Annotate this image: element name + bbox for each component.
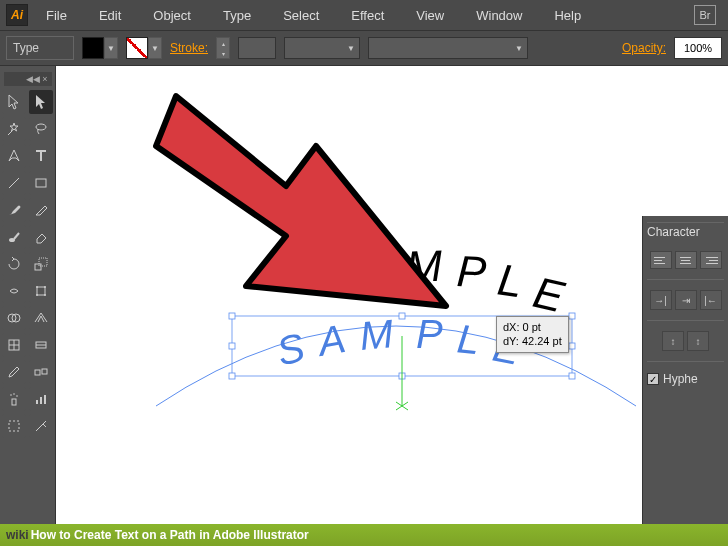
- artboard-tool[interactable]: [2, 414, 26, 438]
- menu-edit[interactable]: Edit: [85, 4, 135, 27]
- canvas[interactable]: A M P L E S A M P L E: [56, 66, 728, 546]
- svg-rect-4: [35, 264, 41, 270]
- svg-text:S: S: [272, 325, 309, 374]
- menu-view[interactable]: View: [402, 4, 458, 27]
- free-transform-tool[interactable]: [29, 279, 53, 303]
- svg-rect-20: [12, 399, 16, 405]
- svg-text:A: A: [357, 242, 396, 295]
- svg-rect-42: [569, 313, 575, 319]
- stroke-weight-field[interactable]: [238, 37, 276, 59]
- brush-dropdown[interactable]: ▼: [368, 37, 528, 59]
- svg-rect-25: [40, 397, 42, 404]
- align-center-button[interactable]: [675, 251, 697, 269]
- hyphenate-row[interactable]: ✓ Hyphe: [647, 372, 724, 386]
- opacity-field[interactable]: 100%: [674, 37, 722, 59]
- footer-title: How to Create Text on a Path in Adobe Il…: [31, 528, 309, 542]
- svg-point-9: [36, 294, 38, 296]
- eyedropper-tool[interactable]: [2, 360, 26, 384]
- menu-help[interactable]: Help: [540, 4, 595, 27]
- menu-window[interactable]: Window: [462, 4, 536, 27]
- svg-rect-41: [399, 313, 405, 319]
- svg-rect-47: [569, 373, 575, 379]
- indent-first-button[interactable]: ⇥: [675, 290, 697, 310]
- stroke-swatch[interactable]: ▼: [126, 37, 162, 59]
- svg-rect-18: [35, 370, 40, 375]
- opacity-label[interactable]: Opacity:: [622, 41, 666, 55]
- svg-point-7: [36, 286, 38, 288]
- type-tool[interactable]: [29, 144, 53, 168]
- svg-text:L: L: [495, 254, 526, 306]
- space-before-button[interactable]: ↕: [662, 331, 684, 351]
- svg-point-23: [16, 395, 18, 397]
- lasso-tool[interactable]: [29, 117, 53, 141]
- stroke-weight-spinner[interactable]: ▴▾: [216, 37, 230, 59]
- selection-tool[interactable]: [2, 90, 26, 114]
- svg-point-21: [10, 394, 12, 396]
- stroke-label[interactable]: Stroke:: [170, 41, 208, 55]
- perspective-tool[interactable]: [29, 306, 53, 330]
- svg-rect-26: [44, 395, 46, 404]
- svg-text:A: A: [313, 316, 349, 364]
- line-tool[interactable]: [2, 171, 26, 195]
- menu-file[interactable]: File: [32, 4, 81, 27]
- no-stroke-icon: [126, 37, 148, 59]
- indent-left-button[interactable]: →|: [650, 290, 672, 310]
- options-bar: Type ▼ ▼ Stroke: ▴▾ ▼ ▼ Opacity: 100%: [0, 30, 728, 66]
- magic-wand-tool[interactable]: [2, 117, 26, 141]
- stroke-dropdown-icon[interactable]: ▼: [148, 37, 162, 59]
- stroke-profile-dropdown[interactable]: ▼: [284, 37, 360, 59]
- pencil-tool[interactable]: [29, 198, 53, 222]
- workspace: ◀◀ ×: [0, 66, 728, 546]
- text-on-path-svg: A M P L E S A M P L E: [136, 206, 656, 426]
- tool-panel-header[interactable]: ◀◀ ×: [4, 72, 52, 86]
- bridge-icon[interactable]: Br: [694, 5, 716, 25]
- direct-selection-tool[interactable]: [29, 90, 53, 114]
- character-panel: Character →| ⇥ |← ↕ ↕ ✓ Hyphe: [642, 216, 728, 526]
- blend-tool[interactable]: [29, 360, 53, 384]
- hyphenate-label: Hyphe: [663, 372, 698, 386]
- space-after-button[interactable]: ↕: [687, 331, 709, 351]
- mesh-tool[interactable]: [2, 333, 26, 357]
- indent-right-button[interactable]: |←: [700, 290, 722, 310]
- hyphenate-checkbox[interactable]: ✓: [647, 373, 659, 385]
- menu-effect[interactable]: Effect: [337, 4, 398, 27]
- pen-tool[interactable]: [2, 144, 26, 168]
- svg-rect-2: [36, 179, 46, 187]
- svg-rect-45: [229, 373, 235, 379]
- menu-bar: Ai File Edit Object Type Select Effect V…: [0, 0, 728, 30]
- svg-rect-24: [36, 400, 38, 404]
- symbol-sprayer-tool[interactable]: [2, 387, 26, 411]
- fill-dropdown-icon[interactable]: ▼: [104, 37, 118, 59]
- menu-select[interactable]: Select: [269, 4, 333, 27]
- tooltip-dx: dX: 0 pt: [503, 320, 562, 334]
- menu-type[interactable]: Type: [209, 4, 265, 27]
- svg-rect-6: [37, 287, 45, 295]
- gradient-tool[interactable]: [29, 333, 53, 357]
- svg-rect-19: [42, 369, 47, 374]
- character-tab[interactable]: Character: [647, 222, 724, 241]
- rectangle-tool[interactable]: [29, 171, 53, 195]
- svg-text:M: M: [405, 241, 444, 291]
- shape-builder-tool[interactable]: [2, 306, 26, 330]
- width-tool[interactable]: [2, 279, 26, 303]
- eraser-tool[interactable]: [29, 225, 53, 249]
- rotate-tool[interactable]: [2, 252, 26, 276]
- fill-swatch[interactable]: ▼: [82, 37, 118, 59]
- svg-text:L: L: [455, 316, 482, 362]
- blob-brush-tool[interactable]: [2, 225, 26, 249]
- svg-text:P: P: [416, 312, 443, 356]
- slice-tool[interactable]: [29, 414, 53, 438]
- menu-object[interactable]: Object: [139, 4, 205, 27]
- graph-tool[interactable]: [29, 387, 53, 411]
- svg-text:P: P: [456, 246, 489, 297]
- tool-panel: ◀◀ ×: [0, 66, 56, 546]
- scale-tool[interactable]: [29, 252, 53, 276]
- align-right-button[interactable]: [700, 251, 722, 269]
- align-left-button[interactable]: [650, 251, 672, 269]
- paintbrush-tool[interactable]: [2, 198, 26, 222]
- svg-line-1: [9, 178, 19, 188]
- svg-text:E: E: [529, 267, 569, 321]
- svg-rect-27: [9, 421, 19, 431]
- svg-point-10: [44, 294, 46, 296]
- svg-text:M: M: [358, 311, 396, 358]
